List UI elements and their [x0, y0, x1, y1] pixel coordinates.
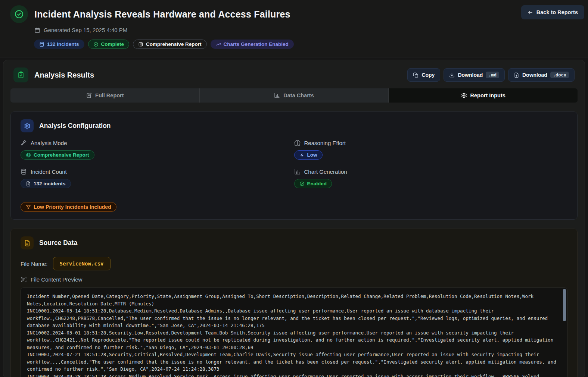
- file-name-badge: ServiceNow.csv: [53, 257, 111, 270]
- tab-report-inputs[interactable]: Report Inputs: [389, 88, 578, 103]
- file-name-label: File Name:: [21, 261, 48, 267]
- incident-count-badge: 132 incidents: [21, 179, 71, 188]
- gear-icon: [461, 92, 467, 98]
- incident-count-field: Incident Count 132 incidents: [21, 169, 294, 188]
- clipboard-check-icon: [13, 67, 28, 82]
- file-text-icon: [21, 236, 34, 249]
- download-docx-button[interactable]: Download .docx: [508, 68, 575, 82]
- database-icon: [21, 169, 27, 175]
- generated-timestamp: Generated Sep 15, 2025 4:40 PM: [34, 27, 578, 33]
- chart-column-icon: [274, 92, 280, 98]
- database-icon: [39, 42, 44, 47]
- chart-column-icon: [294, 169, 301, 175]
- chart-generation-field: Chart Generation Enabled: [294, 169, 568, 188]
- file-text-icon: [26, 181, 31, 186]
- arrow-left-icon: [528, 10, 533, 15]
- report-mode-badge: Comprehensive Report: [133, 40, 207, 49]
- docx-extension-chip: .docx: [550, 72, 569, 78]
- chart-generation-badge: Enabled: [294, 179, 332, 188]
- config-title: Analysis Configuration: [39, 122, 111, 130]
- back-to-reports-button[interactable]: Back to Reports: [521, 5, 584, 19]
- check-circle-icon: [14, 9, 24, 19]
- target-icon: [26, 153, 31, 158]
- scan-text-icon: [21, 276, 27, 283]
- file-pen-icon: [86, 92, 92, 98]
- tab-data-charts[interactable]: Data Charts: [200, 88, 389, 103]
- download-icon: [449, 72, 455, 78]
- copy-icon: [413, 72, 419, 78]
- md-extension-chip: .md: [486, 72, 499, 78]
- results-title: Analysis Results: [34, 71, 401, 79]
- funnel-icon: [26, 204, 31, 210]
- incidents-count-badge: 132 Incidents: [34, 40, 84, 49]
- reasoning-effort-field: Reasoning Effort Low: [294, 140, 568, 160]
- check-circle-icon: [93, 42, 99, 47]
- header-badges: 132 Incidents Complete Comprehensive Rep…: [34, 40, 578, 49]
- calendar-icon: [34, 27, 40, 33]
- config-divider: [21, 196, 567, 196]
- results-tab-bar: Full Report Data Charts Report Inputs: [10, 88, 578, 103]
- generated-text: Generated Sep 15, 2025 4:40 PM: [44, 27, 127, 33]
- csv-preview-content: Incident Number,Opened Date,Category,Pri…: [21, 288, 567, 377]
- status-badge: Complete: [88, 40, 130, 49]
- low-priority-filter-badge: Low Priority Incidents Included: [21, 202, 116, 212]
- analysis-configuration-card: Analysis Configuration Analysis Mode Com…: [10, 111, 578, 220]
- file-content-preview-label: File Content Preview: [21, 276, 567, 283]
- wand-icon: [21, 140, 27, 146]
- analysis-mode-field: Analysis Mode Comprehensive Report: [21, 140, 294, 160]
- report-layout-icon: [138, 42, 143, 47]
- csv-preview-block[interactable]: Incident Number,Opened Date,Category,Pri…: [21, 288, 567, 377]
- tab-full-report[interactable]: Full Report: [10, 88, 200, 103]
- check-circle-icon: [299, 181, 305, 186]
- brain-icon: [294, 140, 301, 146]
- charts-enabled-badge: Charts Generation Enabled: [211, 40, 294, 49]
- reasoning-effort-badge: Low: [294, 150, 323, 160]
- source-title: Source Data: [39, 239, 77, 247]
- copy-button[interactable]: Copy: [407, 68, 440, 82]
- analysis-results-card: Analysis Results Copy Download .md Downl…: [3, 60, 585, 377]
- page-title: Incident Analysis Reveals Hardware and A…: [34, 9, 290, 20]
- download-md-button[interactable]: Download .md: [444, 68, 505, 82]
- zap-icon: [299, 153, 305, 158]
- results-actions: Copy Download .md Download .docx: [407, 68, 575, 82]
- csv-preview-scrollbar[interactable]: [563, 289, 566, 377]
- trending-up-icon: [216, 42, 221, 47]
- gear-icon: [21, 119, 34, 132]
- analysis-mode-badge: Comprehensive Report: [21, 150, 94, 160]
- page-header: Incident Analysis Reveals Hardware and A…: [0, 0, 588, 57]
- file-down-icon: [514, 72, 519, 78]
- results-header: Analysis Results Copy Download .md Downl…: [10, 67, 578, 82]
- scrollbar-thumb[interactable]: [563, 289, 566, 321]
- report-status-icon: [10, 5, 28, 23]
- source-data-card: Source Data File Name: ServiceNow.csv Fi…: [10, 229, 578, 377]
